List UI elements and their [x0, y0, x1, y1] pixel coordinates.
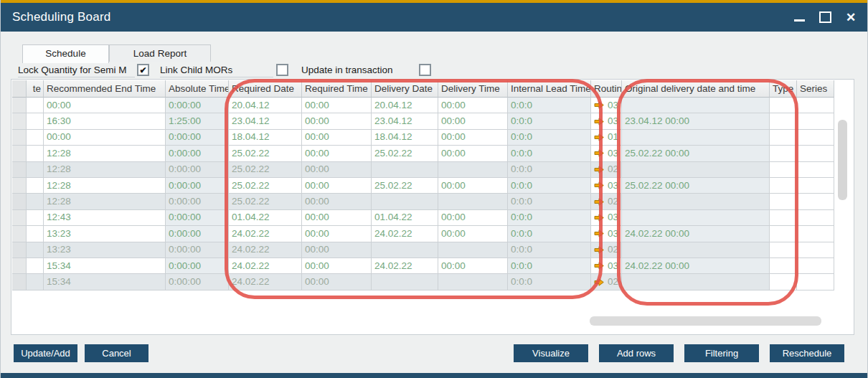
cell-delivery-time[interactable] — [438, 162, 508, 178]
cell-internal-lead-time[interactable]: 0:0:0 — [508, 226, 591, 242]
cell-routing[interactable]: 02 — [591, 242, 622, 258]
cell-absolute-time[interactable]: 0:00:00 — [166, 178, 229, 194]
cell-internal-lead-time[interactable]: 0:0:0 — [508, 194, 591, 209]
row-selector-header[interactable] — [12, 80, 27, 98]
cell-absolute-time[interactable]: 0:00:00 — [166, 226, 229, 242]
cell-type[interactable] — [770, 242, 797, 258]
cell-delivery-time[interactable]: 00:00 — [438, 146, 508, 161]
cell-recommended-end-time[interactable]: 12:28 — [44, 194, 166, 209]
cell-series[interactable] — [797, 113, 834, 129]
row-selector-cell[interactable] — [12, 242, 27, 258]
cell-required-time[interactable]: 00:00 — [302, 130, 372, 146]
cell-delivery-date[interactable] — [372, 194, 438, 209]
row-selector-cell[interactable] — [12, 258, 27, 274]
cell-delivery-date[interactable]: 18.04.12 — [372, 130, 438, 146]
cell-te[interactable] — [27, 226, 44, 242]
cell-internal-lead-time[interactable]: 0:0:0 — [508, 210, 591, 226]
cell-recommended-end-time[interactable]: 13:23 — [44, 226, 166, 242]
add-rows-button[interactable]: Add rows — [599, 344, 674, 362]
cell-series[interactable] — [797, 226, 834, 242]
lock-quantity-checkbox[interactable]: ✔ — [137, 64, 149, 76]
cell-series[interactable] — [797, 242, 834, 258]
cell-original[interactable] — [622, 98, 770, 113]
cell-required-time[interactable]: 00:00 — [302, 226, 372, 242]
cell-required-time[interactable]: 00:00 — [302, 178, 372, 194]
cell-type[interactable] — [770, 113, 797, 129]
cell-required-date[interactable]: 20.04.12 — [229, 98, 302, 113]
cell-delivery-time[interactable] — [438, 194, 508, 209]
cell-original[interactable]: 24.02.22 00:00 — [622, 226, 770, 242]
cell-recommended-end-time[interactable]: 12:28 — [44, 178, 166, 194]
cell-delivery-date[interactable] — [372, 242, 438, 258]
cell-required-date[interactable]: 24.02.22 — [229, 226, 302, 242]
cell-absolute-time[interactable]: 0:00:00 — [166, 162, 229, 178]
cell-recommended-end-time[interactable]: 12:43 — [44, 210, 166, 226]
cell-recommended-end-time[interactable]: 00:00 — [44, 98, 166, 113]
cell-absolute-time[interactable]: 0:00:00 — [166, 130, 229, 146]
cell-absolute-time[interactable]: 1:25:00 — [166, 113, 229, 129]
cell-type[interactable] — [770, 226, 797, 242]
cell-original[interactable]: 25.02.22 00:00 — [622, 146, 770, 161]
cell-type[interactable] — [770, 146, 797, 161]
cell-original[interactable] — [622, 242, 770, 258]
cell-required-date[interactable]: 25.02.22 — [229, 194, 302, 209]
cell-original[interactable] — [622, 130, 770, 146]
cell-delivery-time[interactable] — [438, 242, 508, 258]
cell-routing[interactable]: 03 — [591, 226, 622, 242]
cell-recommended-end-time[interactable]: 15:34 — [44, 258, 166, 274]
cell-required-date[interactable]: 18.04.12 — [229, 130, 302, 146]
cell-delivery-time[interactable]: 00:00 — [438, 130, 508, 146]
cell-required-time[interactable]: 00:00 — [302, 98, 372, 113]
cell-required-time[interactable]: 00:00 — [302, 258, 372, 274]
column-header-required-time[interactable]: Required Time — [302, 80, 372, 98]
cell-type[interactable] — [770, 258, 797, 274]
update-add-button[interactable]: Update/Add — [14, 344, 77, 362]
cell-required-time[interactable]: 00:00 — [302, 274, 372, 290]
cell-routing[interactable]: 03 — [591, 98, 622, 113]
cell-type[interactable] — [770, 162, 797, 178]
cell-delivery-date[interactable] — [372, 274, 438, 290]
cell-original[interactable] — [622, 194, 770, 209]
column-header-internal-lead-time[interactable]: Internal Lead Time — [508, 80, 591, 98]
cell-original[interactable] — [622, 274, 770, 290]
cell-routing[interactable]: 02 — [591, 162, 622, 178]
column-header-original[interactable]: Original delivery date and time — [622, 80, 770, 98]
row-selector-cell[interactable] — [12, 274, 27, 290]
cell-original[interactable]: 24.02.22 00:00 — [622, 258, 770, 274]
cell-required-time[interactable]: 00:00 — [302, 162, 372, 178]
cell-series[interactable] — [797, 194, 834, 209]
cell-type[interactable] — [770, 130, 797, 146]
cell-delivery-date[interactable]: 24.02.22 — [372, 226, 438, 242]
cell-delivery-date[interactable] — [372, 162, 438, 178]
cell-te[interactable] — [27, 98, 44, 113]
cell-internal-lead-time[interactable]: 0:0:0 — [508, 274, 591, 290]
cell-recommended-end-time[interactable]: 12:28 — [44, 146, 166, 161]
row-selector-cell[interactable] — [12, 178, 27, 194]
row-selector-cell[interactable] — [12, 226, 27, 242]
cell-te[interactable] — [27, 242, 44, 258]
cell-routing[interactable]: 03 — [591, 178, 622, 194]
cell-required-date[interactable]: 24.02.22 — [229, 274, 302, 290]
cell-te[interactable] — [27, 113, 44, 129]
cell-te[interactable] — [27, 274, 44, 290]
row-selector-cell[interactable] — [12, 113, 27, 129]
update-in-transaction-checkbox[interactable] — [419, 64, 431, 76]
cell-te[interactable] — [27, 258, 44, 274]
cell-te[interactable] — [27, 178, 44, 194]
minimize-icon[interactable] — [791, 9, 807, 25]
column-header-delivery-time[interactable]: Delivery Time — [438, 80, 508, 98]
cell-routing[interactable]: 01 — [591, 130, 622, 146]
cell-routing[interactable]: 03 — [591, 146, 622, 161]
cell-required-date[interactable]: 24.02.22 — [229, 242, 302, 258]
row-selector-cell[interactable] — [12, 146, 27, 161]
cell-required-time[interactable]: 00:00 — [302, 210, 372, 226]
column-header-recommended-end-time[interactable]: Recommended End Time — [44, 80, 166, 98]
cell-series[interactable] — [797, 258, 834, 274]
cell-te[interactable] — [27, 146, 44, 161]
cell-internal-lead-time[interactable]: 0:0:0 — [508, 242, 591, 258]
link-child-mors-checkbox[interactable] — [276, 64, 288, 76]
cell-recommended-end-time[interactable]: 12:28 — [44, 162, 166, 178]
cell-routing[interactable]: 03 — [591, 113, 622, 129]
cell-internal-lead-time[interactable]: 0:0:0 — [508, 130, 591, 146]
cell-series[interactable] — [797, 98, 834, 113]
